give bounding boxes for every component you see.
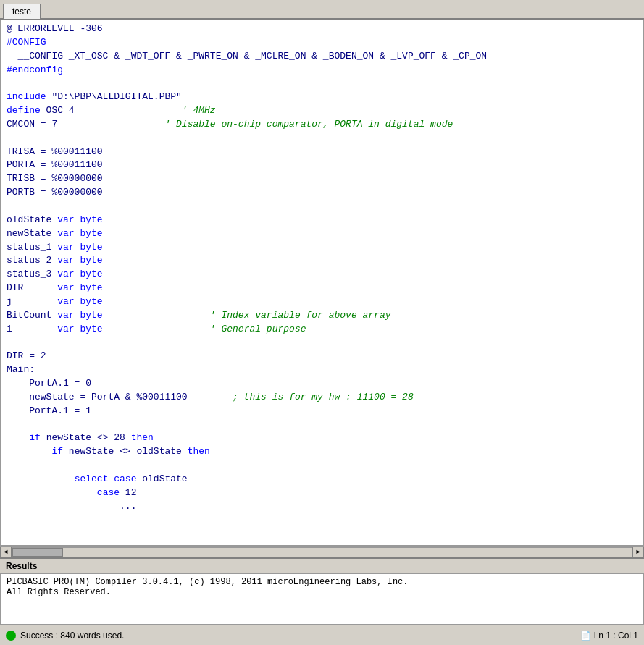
results-line2: All Rights Reserved. [7, 587, 637, 597]
scrollbar-track[interactable] [12, 547, 632, 557]
tab-bar: teste [0, 0, 644, 20]
status-divider [130, 629, 130, 642]
tab-teste[interactable]: teste [3, 4, 41, 19]
scroll-left-button[interactable]: ◄ [0, 547, 12, 558]
results-header: Results [0, 559, 644, 574]
success-icon [6, 631, 16, 641]
status-left: Success : 840 words used. [6, 631, 124, 641]
status-position: 📄 Ln 1 : Col 1 [580, 631, 638, 641]
editor-area[interactable]: @ ERRORLEVEL -306 #CONFIG __CONFIG _XT_O… [0, 20, 644, 546]
status-success-text: Success : 840 words used. [20, 631, 124, 641]
scroll-right-button[interactable]: ► [632, 547, 644, 558]
results-line1: PICBASIC PRO(TM) Compiler 3.0.4.1, (c) 1… [7, 577, 637, 587]
editor-scrollbar[interactable]: ◄ ► [0, 546, 644, 557]
editor-content: @ ERRORLEVEL -306 #CONFIG __CONFIG _XT_O… [1, 20, 643, 516]
scrollbar-thumb[interactable] [12, 548, 63, 557]
status-bar: Success : 840 words used. 📄 Ln 1 : Col 1 [0, 625, 644, 645]
results-content: PICBASIC PRO(TM) Compiler 3.0.4.1, (c) 1… [0, 574, 644, 625]
results-panel: Results PICBASIC PRO(TM) Compiler 3.0.4.… [0, 557, 644, 625]
